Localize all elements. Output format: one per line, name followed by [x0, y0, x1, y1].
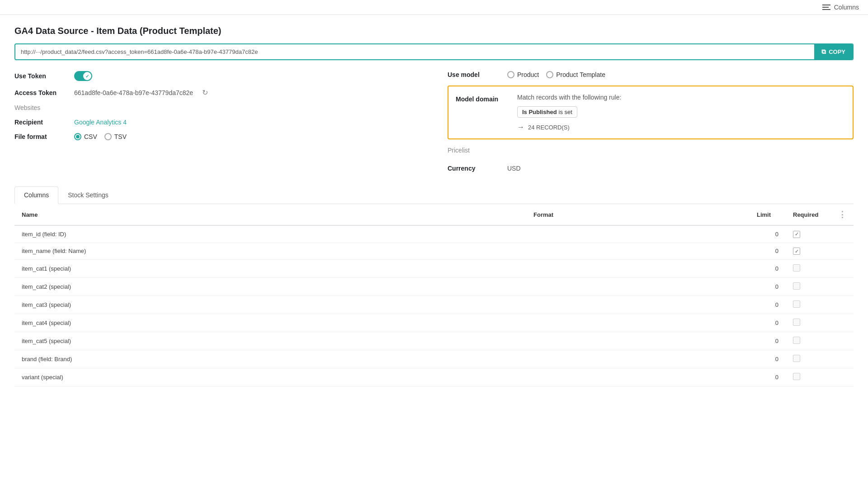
- page-title: GA4 Data Source - Item Data (Product Tem…: [14, 26, 854, 36]
- data-table: Name Format Limit Required ⋮ item_id (fi…: [14, 204, 854, 386]
- required-checkbox[interactable]: [793, 264, 800, 272]
- use-model-row: Use model Product Product Template: [448, 71, 854, 78]
- top-bar: Columns: [0, 0, 868, 15]
- th-required: Required: [786, 204, 831, 225]
- td-limit: 0: [750, 296, 786, 314]
- main-content: GA4 Data Source - Item Data (Product Tem…: [0, 15, 868, 397]
- domain-content: Match records with the following rule: I…: [517, 94, 845, 131]
- td-format: [526, 278, 750, 296]
- currency-value: USD: [507, 165, 521, 172]
- rule-tag[interactable]: Is Published is set: [517, 106, 577, 118]
- td-name: variant (special): [14, 368, 526, 386]
- tsv-radio[interactable]: TSV: [104, 133, 127, 140]
- td-required[interactable]: [786, 260, 831, 278]
- csv-radio-dot: [76, 135, 80, 138]
- copy-icon: ⧉: [821, 48, 826, 56]
- td-name: item_cat2 (special): [14, 278, 526, 296]
- td-limit: 0: [750, 332, 786, 350]
- table-header: Name Format Limit Required ⋮: [14, 204, 854, 225]
- tab-columns[interactable]: Columns: [14, 186, 58, 204]
- pricelist-label: Pricelist: [448, 147, 502, 154]
- columns-label: Columns: [834, 4, 859, 11]
- td-actions: [831, 296, 854, 314]
- td-required[interactable]: ✓: [786, 243, 831, 260]
- recipient-row: Recipient Google Analytics 4: [14, 119, 420, 126]
- rule-field: Is Published: [522, 109, 557, 115]
- td-limit: 0: [750, 350, 786, 368]
- product-template-radio-circle: [546, 71, 553, 78]
- table-row: item_name (field: Name)0✓: [14, 243, 854, 260]
- table-row: brand (field: Brand)0: [14, 350, 854, 368]
- td-required[interactable]: [786, 278, 831, 296]
- td-format: [526, 332, 750, 350]
- td-required[interactable]: [786, 350, 831, 368]
- td-format: [526, 368, 750, 386]
- left-form: Use Token ✓ Access Token 661ad8fe-0a6e-4…: [14, 71, 420, 172]
- td-actions: [831, 350, 854, 368]
- td-required[interactable]: [786, 332, 831, 350]
- use-token-toggle[interactable]: ✓: [74, 71, 92, 81]
- required-checkbox[interactable]: [793, 319, 800, 326]
- td-actions: [831, 225, 854, 243]
- tab-stock-settings[interactable]: Stock Settings: [58, 186, 118, 204]
- tabs-container: Columns Stock Settings: [14, 186, 854, 204]
- required-checkbox[interactable]: [793, 300, 800, 308]
- checkbox-check-icon: ✓: [795, 231, 799, 237]
- td-limit: 0: [750, 368, 786, 386]
- td-limit: 0: [750, 260, 786, 278]
- td-required[interactable]: [786, 296, 831, 314]
- feed-url[interactable]: http://···/product_data/2/feed.csv?acces…: [15, 45, 814, 59]
- td-required[interactable]: [786, 314, 831, 332]
- td-name: item_cat4 (special): [14, 314, 526, 332]
- product-radio[interactable]: Product: [507, 71, 539, 78]
- td-actions: [831, 332, 854, 350]
- required-checkbox[interactable]: ✓: [793, 231, 800, 238]
- checkbox-check-icon: ✓: [795, 248, 799, 254]
- recipient-label: Recipient: [14, 119, 69, 126]
- records-link[interactable]: → 24 RECORD(S): [517, 123, 845, 131]
- tabs: Columns Stock Settings: [14, 186, 854, 204]
- product-template-radio[interactable]: Product Template: [546, 71, 605, 78]
- file-format-group: CSV TSV: [74, 133, 127, 140]
- td-limit: 0: [750, 278, 786, 296]
- required-checkbox[interactable]: [793, 355, 800, 362]
- access-token-label: Access Token: [14, 89, 69, 96]
- required-checkbox[interactable]: [793, 282, 800, 290]
- required-checkbox[interactable]: ✓: [793, 248, 800, 255]
- td-actions: [831, 260, 854, 278]
- recipient-value[interactable]: Google Analytics 4: [74, 119, 127, 126]
- csv-label: CSV: [84, 133, 97, 140]
- domain-row: Model domain Match records with the foll…: [456, 94, 845, 131]
- td-name: brand (field: Brand): [14, 350, 526, 368]
- required-checkbox[interactable]: [793, 337, 800, 344]
- refresh-icon[interactable]: ↻: [202, 88, 208, 97]
- match-records-text: Match records with the following rule:: [517, 94, 845, 101]
- toggle-check-icon: ✓: [85, 74, 89, 79]
- th-format: Format: [526, 204, 750, 225]
- td-format: [526, 260, 750, 278]
- url-bar: http://···/product_data/2/feed.csv?acces…: [14, 43, 854, 60]
- td-required[interactable]: [786, 368, 831, 386]
- product-label: Product: [517, 71, 539, 78]
- rule-condition: is set: [559, 109, 572, 115]
- th-limit: Limit: [750, 204, 786, 225]
- td-limit: 0: [750, 225, 786, 243]
- required-checkbox[interactable]: [793, 373, 800, 380]
- table-row: item_cat2 (special)0: [14, 278, 854, 296]
- use-model-group: Product Product Template: [507, 71, 605, 78]
- csv-radio[interactable]: CSV: [74, 133, 97, 140]
- tsv-radio-circle: [104, 133, 112, 140]
- access-token-row: Access Token 661ad8fe-0a6e-478a-b97e-437…: [14, 88, 420, 97]
- form-section: Use Token ✓ Access Token 661ad8fe-0a6e-4…: [14, 71, 854, 172]
- table-row: item_cat1 (special)0: [14, 260, 854, 278]
- td-actions: [831, 368, 854, 386]
- td-actions: [831, 314, 854, 332]
- copy-button[interactable]: ⧉ COPY: [814, 44, 853, 59]
- model-domain-box: Model domain Match records with the foll…: [448, 86, 854, 139]
- table-row: item_id (field: ID)0✓: [14, 225, 854, 243]
- currency-row: Currency USD: [448, 165, 854, 172]
- table-row: variant (special)0: [14, 368, 854, 386]
- table-row: item_cat4 (special)0: [14, 314, 854, 332]
- columns-button[interactable]: Columns: [822, 4, 859, 11]
- td-required[interactable]: ✓: [786, 225, 831, 243]
